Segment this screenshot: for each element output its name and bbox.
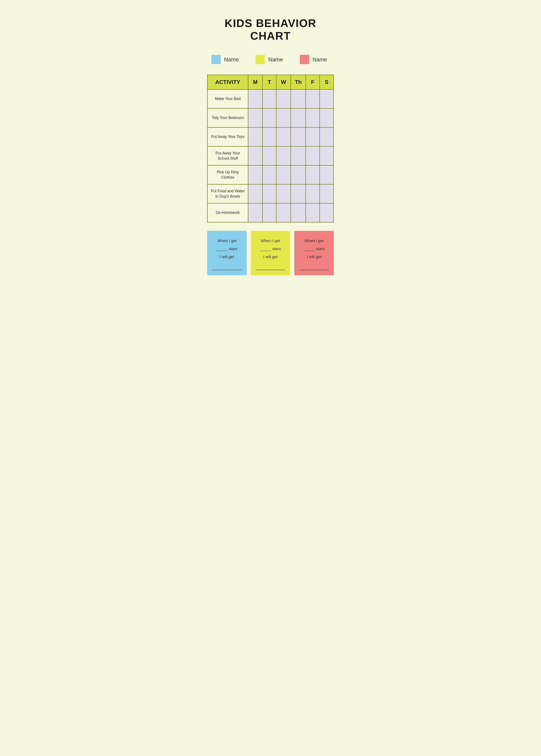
legend-color-pink [300, 55, 309, 64]
reward-pink-line2: _____ stars [303, 247, 324, 251]
data-cell-row6-day0[interactable] [248, 203, 263, 222]
data-cell-row3-day3[interactable] [291, 146, 306, 165]
reward-card-blue: When I get _____ stars I will get [207, 231, 247, 275]
reward-yellow-underline [256, 262, 285, 270]
legend-label-yellow: Name [268, 56, 283, 63]
activity-cell-4: Pick Up Dirty Clothes [208, 165, 248, 184]
data-cell-row0-day0[interactable] [248, 90, 263, 109]
data-cell-row3-day4[interactable] [306, 146, 320, 165]
data-cell-row1-day1[interactable] [263, 109, 276, 127]
reward-yellow-line3: I will get [263, 255, 278, 259]
behavior-chart-table: ACTIVITY M T W Th F S Make Your BedTidy … [207, 75, 334, 222]
header-day-th: Th [291, 75, 306, 90]
data-cell-row2-day2[interactable] [276, 127, 291, 146]
legend: Name Name Name [207, 55, 334, 64]
data-cell-row2-day4[interactable] [306, 127, 320, 146]
reward-blue-line2: _____ stars [217, 247, 238, 251]
activity-cell-3: Put Away Your School Stuff [208, 146, 248, 165]
data-cell-row5-day3[interactable] [291, 184, 306, 203]
page: KIDS BEHAVIOR CHART Name Name Name ACTIV… [195, 4, 346, 288]
data-cell-row5-day4[interactable] [306, 184, 320, 203]
data-cell-row3-day0[interactable] [248, 146, 263, 165]
data-cell-row6-day4[interactable] [306, 203, 320, 222]
data-cell-row5-day1[interactable] [263, 184, 276, 203]
data-cell-row6-day2[interactable] [276, 203, 291, 222]
reward-pink-line1: When I get [304, 238, 324, 243]
reward-card-yellow: When I get _____ stars I will get [251, 231, 290, 275]
data-cell-row0-day1[interactable] [263, 90, 276, 109]
reward-blue-underline [212, 262, 242, 270]
data-cell-row4-day1[interactable] [263, 165, 276, 184]
data-cell-row4-day2[interactable] [276, 165, 291, 184]
data-cell-row1-day0[interactable] [248, 109, 263, 127]
data-cell-row1-day2[interactable] [276, 109, 291, 127]
reward-blue-line3: I will get [220, 255, 234, 259]
data-cell-row5-day0[interactable] [248, 184, 263, 203]
reward-pink-line3: I will get [307, 255, 321, 259]
data-cell-row2-day3[interactable] [291, 127, 306, 146]
table-row: Do Homework [208, 203, 333, 222]
data-cell-row5-day2[interactable] [276, 184, 291, 203]
data-cell-row3-day1[interactable] [263, 146, 276, 165]
reward-blue-line1: When I get [217, 238, 237, 243]
legend-item-pink: Name [300, 55, 327, 64]
table-row: Make Your Bed [208, 90, 333, 109]
header-day-w: W [276, 75, 291, 90]
table-row: Pick Up Dirty Clothes [208, 165, 333, 184]
data-cell-row0-day2[interactable] [276, 90, 291, 109]
data-cell-row4-day3[interactable] [291, 165, 306, 184]
data-cell-row1-day3[interactable] [291, 109, 306, 127]
legend-color-blue [212, 55, 221, 64]
activity-cell-5: Put Food and Water in Dog's Bowls [208, 184, 248, 203]
activity-cell-2: Put Away Your Toys [208, 127, 248, 146]
header-activity: ACTIVITY [208, 75, 248, 90]
legend-color-yellow [256, 55, 265, 64]
reward-card-pink: When I get _____ stars I will get [294, 231, 334, 275]
activity-cell-6: Do Homework [208, 203, 248, 222]
activity-cell-1: Tidy Your Bedroom [208, 109, 248, 127]
data-cell-row4-day0[interactable] [248, 165, 263, 184]
table-row: Put Away Your School Stuff [208, 146, 333, 165]
page-title: KIDS BEHAVIOR CHART [207, 17, 334, 42]
data-cell-row6-day3[interactable] [291, 203, 306, 222]
data-cell-row2-day5[interactable] [320, 127, 333, 146]
data-cell-row2-day1[interactable] [263, 127, 276, 146]
table-row: Put Food and Water in Dog's Bowls [208, 184, 333, 203]
header-day-f: F [306, 75, 320, 90]
data-cell-row4-day5[interactable] [320, 165, 333, 184]
legend-label-blue: Name [224, 56, 239, 63]
activity-cell-0: Make Your Bed [208, 90, 248, 109]
table-row: Tidy Your Bedroom [208, 109, 333, 127]
rewards-section: When I get _____ stars I will get When I… [207, 231, 334, 275]
data-cell-row5-day5[interactable] [320, 184, 333, 203]
data-cell-row0-day5[interactable] [320, 90, 333, 109]
reward-pink-underline [299, 262, 329, 270]
header-day-t: T [263, 75, 276, 90]
header-day-s: S [320, 75, 333, 90]
data-cell-row3-day5[interactable] [320, 146, 333, 165]
data-cell-row1-day4[interactable] [306, 109, 320, 127]
table-row: Put Away Your Toys [208, 127, 333, 146]
reward-yellow-line1: When I get [261, 238, 280, 243]
data-cell-row4-day4[interactable] [306, 165, 320, 184]
legend-item-yellow: Name [256, 55, 283, 64]
table-header-row: ACTIVITY M T W Th F S [208, 75, 333, 90]
data-cell-row2-day0[interactable] [248, 127, 263, 146]
reward-yellow-line2: _____ stars [260, 247, 281, 251]
data-cell-row0-day3[interactable] [291, 90, 306, 109]
header-day-m: M [248, 75, 263, 90]
data-cell-row6-day5[interactable] [320, 203, 333, 222]
data-cell-row0-day4[interactable] [306, 90, 320, 109]
legend-label-pink: Name [312, 56, 327, 63]
data-cell-row6-day1[interactable] [263, 203, 276, 222]
data-cell-row1-day5[interactable] [320, 109, 333, 127]
data-cell-row3-day2[interactable] [276, 146, 291, 165]
legend-item-blue: Name [212, 55, 239, 64]
